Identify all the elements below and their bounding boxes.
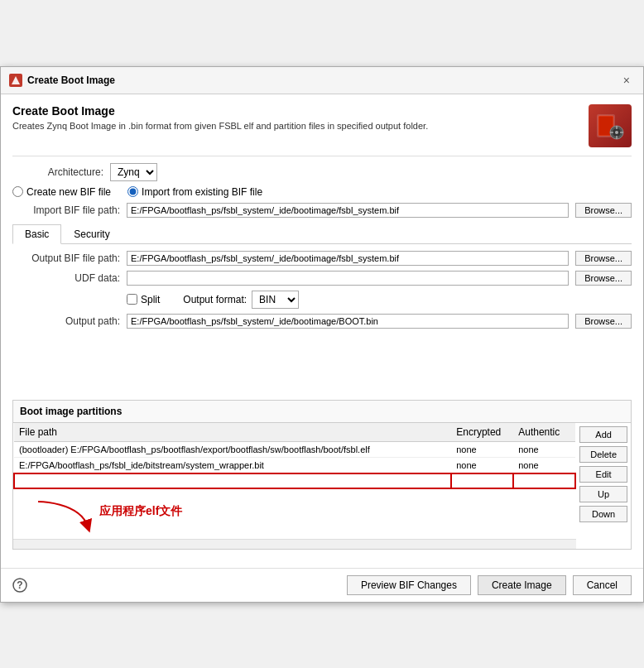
output-bif-label: Output BIF file path: (12, 252, 120, 264)
row3-encrypted (451, 473, 513, 488)
basic-tab-content: Output BIF file path: Browse... UDF data… (12, 251, 632, 329)
import-bif-row: Import BIF file path: Browse... (12, 203, 632, 218)
col-header-encrypted: Encrypted (451, 423, 513, 442)
row1-filepath: (bootloader) E:/FPGA/bootflash_ps/bootfl… (14, 441, 451, 457)
udf-data-row: UDF data: Browse... (12, 271, 632, 286)
import-bif-label: Import BIF file path: (12, 204, 120, 216)
row2-filepath: E:/FPGA/bootflash_ps/fsbl_ide/bitstream/… (14, 457, 451, 473)
row1-encrypted: none (451, 441, 513, 457)
table-row[interactable]: E:/FPGA/bootflash_ps/fsbl_ide/bitstream/… (14, 457, 575, 473)
architecture-row: Architecture: Zynq (12, 163, 632, 181)
footer-left: ? (12, 578, 27, 593)
title-bar-label: Create Boot Image (27, 74, 115, 86)
annotation-area: 应用程序elf文件 (13, 489, 576, 539)
add-button[interactable]: Add (579, 426, 627, 443)
tab-security[interactable]: Security (61, 224, 122, 243)
import-label: Import from existing BIF file (142, 186, 262, 198)
import-bif-browse[interactable]: Browse... (575, 203, 632, 218)
table-row[interactable]: (bootloader) E:/FPGA/bootflash_ps/bootfl… (14, 441, 575, 457)
spacer (12, 334, 632, 400)
row2-authentic: none (513, 457, 575, 473)
udf-data-label: UDF data: (12, 272, 120, 284)
dialog-header: Create Boot Image Creates Zynq Boot Imag… (12, 104, 632, 147)
udf-data-input[interactable] (127, 271, 569, 286)
logo-svg (595, 111, 625, 141)
dialog-body: Create Boot Image Creates Zynq Boot Imag… (1, 94, 643, 568)
output-bif-browse[interactable]: Browse... (575, 251, 632, 266)
title-bar: Create Boot Image × (1, 67, 643, 94)
help-icon[interactable]: ? (12, 578, 27, 593)
output-path-browse[interactable]: Browse... (575, 314, 632, 329)
output-format-label: Output format: (183, 294, 247, 305)
udf-data-browse[interactable]: Browse... (575, 271, 632, 286)
preview-bif-button[interactable]: Preview BIF Changes (347, 575, 471, 595)
dialog-title: Create Boot Image (12, 104, 428, 118)
separator-1 (12, 156, 632, 156)
partitions-section: Boot image partitions File path Encrypte… (12, 400, 632, 550)
up-button[interactable]: Up (579, 486, 627, 502)
split-checkbox[interactable] (127, 294, 137, 305)
output-format-group: Output format: BINMCSHEX (183, 291, 299, 309)
cancel-button[interactable]: Cancel (573, 575, 632, 595)
create-image-button[interactable]: Create Image (478, 575, 566, 595)
col-header-authentic: Authentic (513, 423, 575, 442)
table-header-row: File path Encrypted Authentic (14, 423, 575, 442)
title-bar-left: Create Boot Image (9, 74, 115, 87)
partitions-title: Boot image partitions (13, 401, 631, 423)
row2-encrypted: none (451, 457, 513, 473)
import-bif-input[interactable] (127, 203, 569, 218)
output-format-select[interactable]: BINMCSHEX (252, 291, 299, 309)
import-bif-option[interactable]: Import from existing BIF file (127, 186, 262, 198)
create-new-radio[interactable] (12, 186, 23, 197)
col-header-filepath: File path (14, 423, 451, 442)
annotation-arrow-icon (30, 497, 96, 539)
dialog-footer: ? Preview BIF Changes Create Image Cance… (1, 568, 643, 602)
output-path-input[interactable] (127, 314, 569, 329)
svg-text:?: ? (17, 579, 22, 591)
tabs: Basic Security (12, 224, 632, 244)
arrow-annotation: 应用程序elf文件 (30, 497, 182, 539)
bif-source-group: Create new BIF file Import from existing… (12, 186, 632, 198)
split-label: Split (141, 294, 160, 305)
architecture-label: Architecture: (12, 166, 103, 178)
table-row-empty-selected[interactable] (14, 473, 575, 488)
row1-authentic: none (513, 441, 575, 457)
row3-authentic (513, 473, 575, 488)
output-path-row: Output path: Browse... (12, 314, 632, 329)
action-buttons: Add Delete Edit Up Down (576, 423, 631, 549)
output-path-label: Output path: (12, 315, 120, 327)
split-checkbox-label[interactable]: Split (127, 294, 160, 305)
output-bif-input[interactable] (127, 251, 569, 266)
dialog-description: Creates Zynq Boot Image in .bin format f… (12, 121, 428, 131)
app-icon (9, 74, 22, 87)
output-bif-row: Output BIF file path: Browse... (12, 251, 632, 266)
tab-basic[interactable]: Basic (12, 224, 61, 244)
split-format-row: Split Output format: BINMCSHEX (12, 291, 632, 309)
scrollbar[interactable] (13, 539, 576, 549)
annotation-text: 应用程序elf文件 (99, 504, 182, 519)
create-boot-image-dialog: Create Boot Image × Create Boot Image Cr… (0, 66, 644, 603)
down-button[interactable]: Down (579, 506, 627, 522)
create-new-bif-option[interactable]: Create new BIF file (12, 186, 111, 198)
footer-buttons: Preview BIF Changes Create Image Cancel (347, 575, 632, 595)
edit-button[interactable]: Edit (579, 466, 627, 483)
partitions-inner: File path Encrypted Authentic (bootloade… (13, 423, 576, 549)
partitions-outer: File path Encrypted Authentic (bootloade… (13, 423, 631, 549)
close-button[interactable]: × (618, 72, 635, 89)
import-radio[interactable] (127, 186, 138, 197)
create-new-label: Create new BIF file (26, 186, 111, 198)
header-text: Create Boot Image Creates Zynq Boot Imag… (12, 104, 428, 131)
partition-table: File path Encrypted Authentic (bootloade… (13, 423, 576, 489)
svg-point-10 (615, 131, 618, 134)
row3-filepath (14, 473, 451, 488)
delete-button[interactable]: Delete (579, 446, 627, 463)
logo-icon (589, 104, 632, 147)
architecture-select[interactable]: Zynq (110, 163, 157, 181)
